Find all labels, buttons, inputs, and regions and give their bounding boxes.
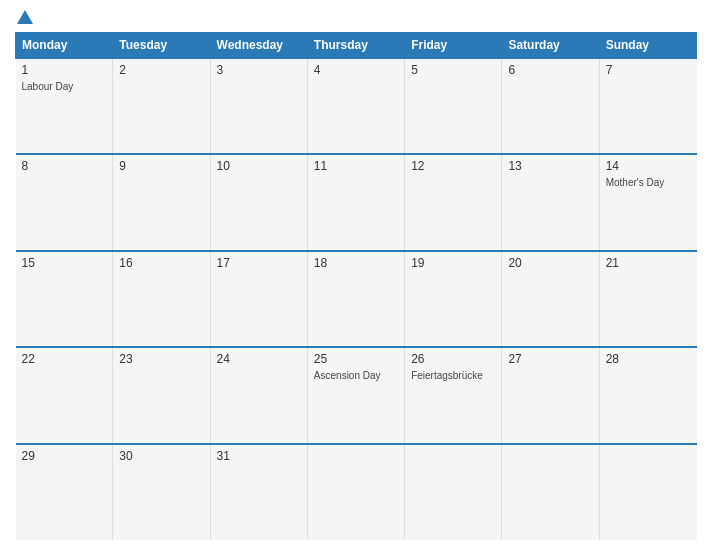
calendar-cell: 15: [16, 251, 113, 347]
day-number: 18: [314, 256, 398, 270]
calendar-cell: [405, 444, 502, 540]
day-number: 15: [22, 256, 107, 270]
calendar-cell: 31: [210, 444, 307, 540]
calendar-cell: 22: [16, 347, 113, 443]
day-number: 7: [606, 63, 691, 77]
day-header-friday: Friday: [405, 33, 502, 59]
calendar-cell: [599, 444, 696, 540]
day-number: 24: [217, 352, 301, 366]
day-number: 29: [22, 449, 107, 463]
day-number: 27: [508, 352, 592, 366]
day-number: 9: [119, 159, 203, 173]
calendar-header-row: MondayTuesdayWednesdayThursdayFridaySatu…: [16, 33, 697, 59]
calendar-week-row: 22232425Ascension Day26Feiertagsbrücke27…: [16, 347, 697, 443]
event-label: Feiertagsbrücke: [411, 369, 495, 382]
calendar-cell: 29: [16, 444, 113, 540]
calendar-cell: 8: [16, 154, 113, 250]
logo-triangle-icon: [17, 10, 33, 24]
calendar-week-row: 1Labour Day234567: [16, 58, 697, 154]
calendar-week-row: 15161718192021: [16, 251, 697, 347]
day-number: 1: [22, 63, 107, 77]
calendar-week-row: 293031: [16, 444, 697, 540]
day-number: 10: [217, 159, 301, 173]
calendar-cell: 24: [210, 347, 307, 443]
calendar-cell: 9: [113, 154, 210, 250]
calendar-cell: 19: [405, 251, 502, 347]
day-number: 19: [411, 256, 495, 270]
event-label: Mother's Day: [606, 176, 691, 189]
day-number: 14: [606, 159, 691, 173]
logo: [15, 10, 33, 24]
calendar-cell: 3: [210, 58, 307, 154]
day-number: 4: [314, 63, 398, 77]
calendar-cell: 2: [113, 58, 210, 154]
day-number: 17: [217, 256, 301, 270]
calendar-cell: 18: [307, 251, 404, 347]
calendar-cell: 7: [599, 58, 696, 154]
calendar-cell: 23: [113, 347, 210, 443]
day-number: 16: [119, 256, 203, 270]
calendar-cell: [307, 444, 404, 540]
event-label: Labour Day: [22, 80, 107, 93]
day-number: 12: [411, 159, 495, 173]
day-header-wednesday: Wednesday: [210, 33, 307, 59]
day-number: 20: [508, 256, 592, 270]
calendar-table: MondayTuesdayWednesdayThursdayFridaySatu…: [15, 32, 697, 540]
day-header-monday: Monday: [16, 33, 113, 59]
day-number: 5: [411, 63, 495, 77]
day-number: 11: [314, 159, 398, 173]
calendar-cell: 17: [210, 251, 307, 347]
day-header-saturday: Saturday: [502, 33, 599, 59]
calendar-cell: 5: [405, 58, 502, 154]
logo-blue-text: [15, 10, 33, 24]
day-number: 31: [217, 449, 301, 463]
calendar-header: [15, 10, 697, 24]
day-header-sunday: Sunday: [599, 33, 696, 59]
day-number: 28: [606, 352, 691, 366]
calendar-cell: 16: [113, 251, 210, 347]
day-header-tuesday: Tuesday: [113, 33, 210, 59]
calendar-cell: 4: [307, 58, 404, 154]
day-number: 13: [508, 159, 592, 173]
calendar-cell: 26Feiertagsbrücke: [405, 347, 502, 443]
day-number: 26: [411, 352, 495, 366]
calendar-week-row: 891011121314Mother's Day: [16, 154, 697, 250]
calendar-cell: 28: [599, 347, 696, 443]
calendar-cell: 27: [502, 347, 599, 443]
day-number: 8: [22, 159, 107, 173]
day-number: 30: [119, 449, 203, 463]
calendar-cell: 6: [502, 58, 599, 154]
calendar-cell: 14Mother's Day: [599, 154, 696, 250]
calendar-cell: [502, 444, 599, 540]
calendar-cell: 10: [210, 154, 307, 250]
calendar-cell: 12: [405, 154, 502, 250]
day-number: 23: [119, 352, 203, 366]
day-number: 3: [217, 63, 301, 77]
day-number: 22: [22, 352, 107, 366]
calendar-cell: 1Labour Day: [16, 58, 113, 154]
event-label: Ascension Day: [314, 369, 398, 382]
day-number: 25: [314, 352, 398, 366]
calendar-cell: 25Ascension Day: [307, 347, 404, 443]
calendar-cell: 11: [307, 154, 404, 250]
calendar-cell: 30: [113, 444, 210, 540]
day-number: 2: [119, 63, 203, 77]
calendar-cell: 20: [502, 251, 599, 347]
day-number: 6: [508, 63, 592, 77]
day-header-thursday: Thursday: [307, 33, 404, 59]
day-number: 21: [606, 256, 691, 270]
calendar-cell: 13: [502, 154, 599, 250]
calendar-cell: 21: [599, 251, 696, 347]
